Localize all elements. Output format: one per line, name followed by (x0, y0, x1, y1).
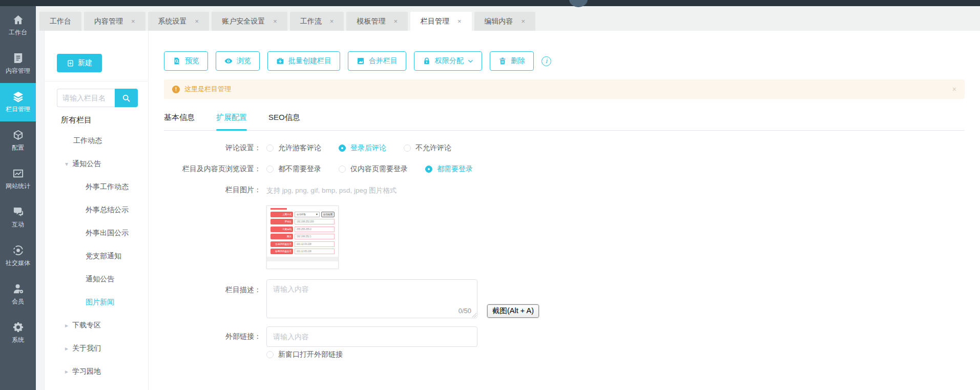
avatar (569, 0, 588, 7)
tree-item-selected[interactable]: 图片新闻 (45, 291, 148, 314)
radio-open-new-window[interactable]: 新窗口打开外部链接 (266, 350, 965, 359)
sidebar-item-system[interactable]: 系统 (0, 314, 36, 352)
tree-item[interactable]: ▸规章制度 (45, 383, 148, 390)
content-edit-icon (12, 52, 24, 64)
window-tab-workflow[interactable]: 工作流× (290, 12, 344, 31)
chevron-right-icon[interactable]: ▸ (65, 360, 72, 383)
field-label: 栏目图片： (164, 185, 261, 195)
sidebar-item-stats[interactable]: 网站统计 (0, 160, 36, 198)
radio-allow-guest-comment[interactable]: 允许游客评论 (266, 143, 321, 153)
tree-item[interactable]: 外事总结公示 (45, 198, 148, 221)
sidebar-item-label: 会员 (12, 297, 24, 306)
tree-item[interactable]: ▸下载专区 (45, 314, 148, 337)
chevron-right-icon[interactable]: ▸ (65, 337, 72, 360)
chevron-down-icon[interactable]: ▾ (65, 153, 72, 176)
chat-icon (12, 206, 24, 218)
cube-icon (12, 129, 24, 141)
radio-all-login[interactable]: 都需要登录 (425, 164, 473, 174)
sidebar-item-members[interactable]: 会员 (0, 275, 36, 314)
member-icon (12, 283, 24, 295)
char-counter: 0/50 (458, 307, 471, 315)
close-icon[interactable]: × (393, 17, 398, 25)
sidebar-item-interaction[interactable]: 互动 (0, 198, 36, 237)
sidebar-item-content[interactable]: 内容管理 (0, 45, 36, 83)
browse-button[interactable]: 浏览 (216, 51, 260, 71)
thumbnail-row: 首选DNS服务器221.12.33.228 (270, 241, 335, 247)
image-format-hint: 支持 jpg, png, gif, bmp, psd, jpeg 图片格式 (266, 185, 397, 195)
window-tab-templates[interactable]: 模板管理× (346, 12, 408, 31)
line-chart-icon (12, 168, 24, 179)
sidebar-item-label: 栏目管理 (6, 105, 30, 114)
main-sidebar: 工作台 内容管理 栏目管理 配置 网站统计 互动 社交媒体 会员 (0, 6, 36, 390)
chevron-right-icon[interactable]: ▸ (65, 383, 72, 390)
radio-icon (266, 351, 274, 358)
close-icon[interactable]: × (273, 17, 277, 25)
merge-columns-button[interactable]: 合并栏目 (348, 51, 406, 71)
new-column-button[interactable]: 新建 (57, 54, 102, 72)
tree-item[interactable]: 外事出国公示 (45, 221, 148, 244)
radio-no-comment[interactable]: 不允许评论 (404, 143, 451, 153)
screenshot-button[interactable]: 截图(Alt + A) (487, 304, 539, 318)
close-icon[interactable]: × (330, 17, 334, 25)
sidebar-item-config[interactable]: 配置 (0, 121, 36, 160)
external-link-input[interactable] (266, 326, 477, 347)
tree-item[interactable]: ▾通知公告 (45, 152, 148, 175)
batch-create-button[interactable]: 批量创建栏目 (267, 51, 340, 71)
sidebar-item-label: 内容管理 (6, 67, 30, 75)
column-image-preview-row: 上网方式 自动获取▼ 自动检测 IP地址192.168.252.200 子网掩码… (164, 206, 965, 269)
preview-button[interactable]: 预览 (164, 51, 208, 71)
column-search (57, 89, 138, 107)
thumbnail-action-button: 自动检测 (321, 212, 335, 217)
radio-icon (266, 145, 274, 152)
tab-basic-info[interactable]: 基本信息 (164, 106, 195, 130)
thumbnail-row: IP地址192.168.252.200 (270, 219, 335, 225)
tree-item[interactable]: 党支部通知 (45, 244, 148, 268)
open-new-window-row: 新窗口打开外部链接 (266, 350, 965, 359)
window-tab-edit-content[interactable]: 编辑内容× (474, 12, 536, 31)
close-icon[interactable]: × (522, 17, 526, 25)
radio-no-login-needed[interactable]: 都不需要登录 (266, 164, 321, 174)
tree-item[interactable]: ▸关于我们 (45, 337, 148, 360)
window-tab-content[interactable]: 内容管理× (84, 12, 145, 31)
sidebar-item-label: 工作台 (9, 28, 27, 37)
field-label: 外部链接： (164, 326, 261, 347)
external-link-row: 外部链接： (164, 326, 965, 347)
tab-extended-config[interactable]: 扩展配置 (216, 106, 247, 130)
view-login-settings-row: 栏目及内容页浏览设置： 都不需要登录 仅内容页需要登录 都需要登录 (164, 164, 965, 174)
sidebar-item-label: 系统 (12, 336, 24, 344)
window-tab-account-security[interactable]: 账户安全设置× (212, 12, 287, 31)
tab-seo-info[interactable]: SEO信息 (268, 106, 300, 130)
tree-item[interactable]: 工作动态 (45, 129, 148, 152)
sidebar-item-columns[interactable]: 栏目管理 (0, 83, 36, 121)
close-icon[interactable]: × (195, 17, 199, 25)
column-image-row: 栏目图片： 支持 jpg, png, gif, bmp, psd, jpeg 图… (164, 185, 965, 195)
sidebar-item-workbench[interactable]: 工作台 (0, 6, 36, 45)
description-textarea[interactable] (266, 279, 477, 318)
close-icon[interactable]: × (131, 17, 135, 25)
window-tab-system-settings[interactable]: 系统设置× (148, 12, 210, 31)
merge-icon (357, 57, 365, 65)
permissions-button[interactable]: 权限分配 (414, 51, 482, 71)
radio-comment-after-login[interactable]: 登录后评论 (339, 143, 386, 153)
tree-root-label[interactable]: 所有栏目 (61, 115, 148, 125)
close-icon[interactable]: × (457, 17, 462, 25)
delete-button[interactable]: 删除 (490, 51, 534, 71)
window-tab-columns[interactable]: 栏目管理× (410, 12, 472, 31)
thumbnail-row: 网关192.168.252.1 (270, 234, 335, 240)
column-search-input[interactable] (57, 89, 115, 107)
tree-item[interactable]: ▸学习园地 (45, 360, 148, 383)
sidebar-item-social[interactable]: 社交媒体 (0, 237, 36, 275)
tree-item[interactable]: 通知公告 (45, 268, 148, 291)
close-icon[interactable]: × (952, 85, 956, 93)
social-icon (12, 244, 24, 256)
sidebar-item-label: 社交媒体 (6, 259, 30, 268)
chevron-right-icon[interactable]: ▸ (65, 314, 72, 337)
tree-item[interactable]: 外事工作动态 (45, 175, 148, 198)
radio-content-page-login[interactable]: 仅内容页需要登录 (339, 164, 408, 174)
column-image-thumbnail[interactable]: 上网方式 自动获取▼ 自动检测 IP地址192.168.252.200 子网掩码… (266, 206, 339, 269)
column-search-button[interactable] (115, 89, 138, 107)
info-icon[interactable]: i (541, 56, 551, 66)
window-tab-workbench[interactable]: 工作台 (39, 12, 81, 31)
field-label: 栏目及内容页浏览设置： (164, 164, 261, 174)
batch-add-icon (276, 57, 284, 65)
